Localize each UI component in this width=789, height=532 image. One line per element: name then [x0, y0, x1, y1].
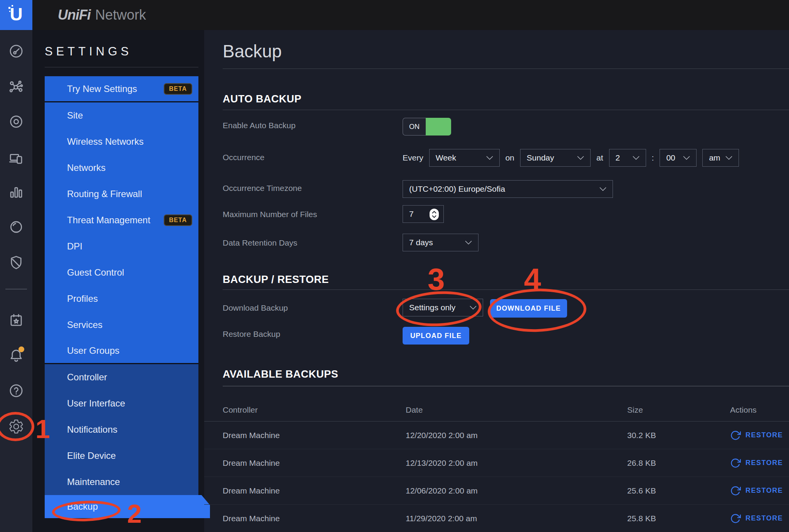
download-scope-select[interactable]: Settings only: [403, 299, 483, 316]
timezone-select[interactable]: (UTC+02:00) Europe/Sofia: [403, 180, 613, 198]
cell-date: 12/20/2020 2:00 am: [406, 431, 627, 440]
cell-date: 11/29/2020 2:00 am: [406, 514, 627, 523]
upload-file-button[interactable]: UPLOAD FILE: [403, 327, 469, 345]
restore-button[interactable]: RESTORE: [730, 513, 789, 524]
rail-divider: [5, 289, 27, 289]
nav-rail: [0, 30, 32, 532]
sidebar-menu-item[interactable]: Maintenance: [45, 469, 198, 495]
cell-size: 26.8 KB: [627, 458, 730, 468]
day-select[interactable]: Sunday: [520, 149, 591, 167]
sidebar-menu-item-label: DPI: [67, 241, 82, 252]
sidebar-menu-item-label: Backup: [67, 501, 98, 512]
page-title: Backup: [223, 41, 282, 62]
clients-icon[interactable]: [8, 150, 24, 166]
toggle-on-label: ON: [403, 118, 426, 136]
sidebar-menu-item[interactable]: Networks: [45, 155, 198, 181]
download-file-button[interactable]: DOWNLOAD FILE: [490, 299, 567, 318]
table-row: Dream Machine 11/29/2020 2:00 am 25.8 KB…: [204, 505, 789, 532]
sidebar-menu-item[interactable]: Services: [45, 312, 198, 338]
enable-auto-backup-toggle[interactable]: ON: [403, 118, 451, 136]
colon-separator: :: [652, 153, 654, 162]
backup-page: Backup AUTO BACKUP Enable Auto Backup ON…: [204, 30, 789, 532]
ubiquiti-logo-letter: U: [10, 4, 22, 25]
table-row: Dream Machine 12/20/2020 2:00 am 30.2 KB…: [204, 422, 789, 449]
number-stepper[interactable]: [430, 209, 439, 220]
app-title: UniFi Network: [58, 0, 146, 30]
download-backup-label: Download Backup: [223, 303, 288, 313]
minute-select[interactable]: 00: [660, 149, 697, 167]
cell-controller: Dream Machine: [223, 514, 406, 523]
insights-bubble-icon[interactable]: [8, 219, 24, 235]
sidebar-menu-item[interactable]: Profiles: [45, 286, 198, 312]
topology-icon[interactable]: [8, 79, 24, 95]
unifi-network-app: U UniFi Network: [0, 0, 789, 532]
ubiquiti-logo[interactable]: U: [0, 0, 32, 30]
restore-button[interactable]: RESTORE: [730, 485, 789, 496]
hour-select[interactable]: 2: [609, 149, 646, 167]
sidebar-menu-item[interactable]: Notifications: [45, 417, 198, 443]
restore-backup-label: Restore Backup: [223, 330, 280, 339]
occurrence-label: Occurrence: [223, 153, 265, 162]
on-word: on: [505, 153, 514, 162]
backup-restore-heading: BACKUP / RESTORE: [223, 274, 329, 286]
sidebar-menu-item[interactable]: Elite Device: [45, 443, 198, 469]
cell-controller: Dream Machine: [223, 486, 406, 495]
settings-menu: Try New Settings BETA Site Wireless Netw…: [45, 76, 198, 518]
period-select[interactable]: Week: [429, 149, 500, 167]
security-shield-icon[interactable]: [8, 254, 24, 271]
available-backups-heading: AVAILABLE BACKUPS: [223, 368, 338, 380]
sidebar-menu-item[interactable]: User Interface: [45, 390, 198, 417]
auto-backup-heading: AUTO BACKUP: [223, 93, 302, 105]
sidebar-menu-item[interactable]: Try New Settings BETA: [45, 76, 198, 102]
occurrence-controls: Every Week on Sunday at 2 : 00 am: [403, 149, 739, 167]
devices-icon[interactable]: [8, 114, 24, 130]
sidebar-menu-item[interactable]: Threat Management BETA: [45, 207, 198, 233]
sidebar-heading-divider: [45, 67, 198, 67]
restore-icon: [730, 513, 741, 524]
sidebar-menu-item[interactable]: Wireless Networks: [45, 129, 198, 155]
cell-date: 12/13/2020 2:00 am: [406, 458, 627, 468]
every-word: Every: [403, 153, 423, 162]
cell-size: 25.8 KB: [627, 514, 730, 523]
sidebar-menu-item-label: Maintenance: [67, 477, 120, 487]
ampm-select[interactable]: am: [702, 149, 739, 167]
backups-table-header: Controller Date Size Actions: [204, 399, 789, 422]
cell-size: 30.2 KB: [627, 431, 730, 440]
sidebar-menu-item-label: Controller: [67, 372, 107, 383]
restore-icon: [730, 430, 741, 441]
settings-sidebar: SETTINGS Try New Settings BETA Site Wire…: [32, 30, 204, 532]
sidebar-menu-item-label: Services: [67, 320, 102, 330]
statistics-icon[interactable]: [8, 184, 24, 200]
sidebar-menu-item-label: Profiles: [67, 293, 98, 304]
sidebar-menu-item-label: User Interface: [67, 398, 125, 409]
sidebar-menu-item[interactable]: User Groups: [45, 338, 198, 364]
sidebar-menu-item[interactable]: DPI: [45, 233, 198, 259]
max-files-label: Maximum Number of Files: [223, 210, 317, 219]
sidebar-menu-item-label: Wireless Networks: [67, 136, 144, 147]
help-icon[interactable]: [8, 383, 24, 399]
brand-unifi: UniFi: [58, 7, 91, 23]
cell-date: 12/06/2020 2:00 am: [406, 486, 627, 495]
sidebar-menu-item[interactable]: Controller: [45, 364, 198, 390]
settings-gear-icon[interactable]: [8, 418, 24, 435]
dashboard-gauge-icon[interactable]: [8, 43, 24, 59]
sidebar-menu-item[interactable]: Guest Control: [45, 259, 198, 286]
sidebar-menu-item[interactable]: Routing & Firewall: [45, 181, 198, 207]
retention-select[interactable]: 7 days: [403, 234, 478, 251]
toggle-knob: [426, 118, 451, 136]
alerts-bell-icon[interactable]: [8, 347, 24, 363]
events-calendar-icon[interactable]: [8, 312, 24, 328]
notification-dot: [18, 346, 24, 352]
sidebar-menu-item-label: Networks: [67, 162, 106, 173]
sidebar-menu-item-label: Guest Control: [67, 267, 124, 278]
brand-network: Network: [95, 7, 146, 23]
top-bar: U UniFi Network: [0, 0, 789, 30]
cell-controller: Dream Machine: [223, 431, 406, 440]
cell-controller: Dream Machine: [223, 458, 406, 468]
restore-button[interactable]: RESTORE: [730, 430, 789, 441]
table-row: Dream Machine 12/06/2020 2:00 am 25.6 KB…: [204, 477, 789, 505]
sidebar-menu-item[interactable]: Backup: [45, 495, 210, 518]
sidebar-menu-item[interactable]: Site: [45, 102, 198, 129]
max-files-input[interactable]: 7: [403, 205, 444, 223]
restore-button[interactable]: RESTORE: [730, 458, 789, 468]
